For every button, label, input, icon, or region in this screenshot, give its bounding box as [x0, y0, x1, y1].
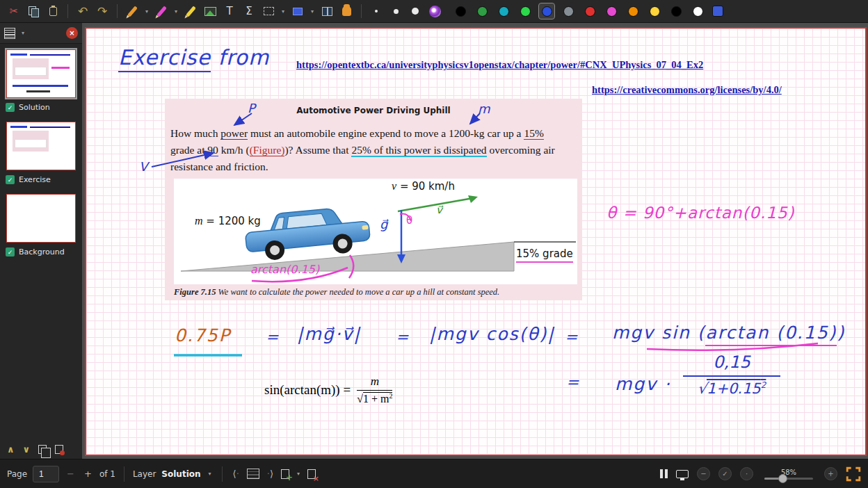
color-picker-button[interactable]	[426, 2, 443, 20]
problem-text: How much power must an automobile engine…	[170, 125, 579, 175]
checkbox-checked-icon[interactable]: ✓	[6, 175, 15, 184]
cross-icon: ×	[313, 474, 319, 483]
hand-tool-button[interactable]	[338, 2, 355, 20]
thickness-medium-button[interactable]	[387, 2, 404, 20]
pen-dropdown-chevron[interactable]: ▾	[143, 8, 150, 15]
tool-circle-3[interactable]: ·	[740, 467, 753, 480]
swatch-circle-icon	[693, 6, 703, 17]
select-dropdown-chevron[interactable]: ▾	[280, 8, 287, 15]
shape-tool-button[interactable]	[289, 2, 306, 20]
license-url-link[interactable]: https://creativecommons.org/licenses/by/…	[592, 84, 782, 96]
page-prev-button[interactable]: −	[65, 469, 77, 479]
delete-layer-button[interactable]: ×	[307, 469, 316, 479]
problem-text-part: km/h (	[218, 144, 250, 156]
pause-icon[interactable]	[660, 469, 668, 478]
problem-text-part: How much	[170, 127, 220, 139]
copy-sheets-icon	[29, 6, 38, 16]
sidebar-bottom-toolbar: ∧ ∨	[0, 439, 82, 459]
color-swatch[interactable]	[496, 3, 511, 19]
fullscreen-icon[interactable]	[846, 466, 861, 482]
page-next-button[interactable]: +	[82, 469, 94, 479]
highlighter-tool-button[interactable]	[153, 2, 170, 20]
checkbox-checked-icon[interactable]: ✓	[6, 247, 15, 257]
layer-thumbnail-background[interactable]	[6, 194, 76, 243]
presentation-display-icon[interactable]	[676, 470, 689, 478]
layer-row-background[interactable]: ✓ Background	[0, 245, 82, 261]
layer-row-solution[interactable]: ✓ Solution	[0, 101, 82, 116]
vertical-space-tool-button[interactable]	[319, 2, 335, 20]
latex-sqrt-sign: √	[357, 393, 363, 405]
color-swatch[interactable]	[625, 3, 641, 19]
prev-layer-button[interactable]: ⟨·	[231, 469, 241, 479]
zoom-slider-handle[interactable]	[778, 474, 787, 483]
velocity-arrowhead	[468, 195, 478, 203]
latex-numerator: m	[357, 375, 392, 391]
color-swatch[interactable]	[668, 3, 684, 19]
tool-circle-2[interactable]: ✓	[718, 467, 732, 480]
swatch-circle-icon	[477, 6, 488, 17]
mini-title	[10, 54, 27, 56]
math-tex-tool-button[interactable]: Σ	[241, 2, 257, 20]
theta-label: θ	[406, 214, 412, 227]
car-drawing	[243, 205, 371, 263]
copy-icon[interactable]	[25, 2, 42, 20]
color-swatch[interactable]	[604, 3, 619, 19]
move-layer-up-button[interactable]: ∧	[7, 444, 15, 455]
zoom-in-button[interactable]: +	[824, 467, 837, 480]
custom-color-swatch[interactable]	[712, 6, 723, 17]
color-swatch[interactable]	[453, 3, 468, 19]
tool-circle-1[interactable]: −	[697, 467, 710, 480]
swatch-circle-icon	[628, 6, 638, 17]
layer-select-chevron[interactable]: ▾	[207, 471, 214, 477]
image-tool-button[interactable]	[202, 2, 218, 20]
highlighter-icon	[156, 6, 167, 17]
marker-tool-button[interactable]	[182, 2, 199, 20]
cut-icon[interactable]: ✂	[6, 2, 22, 20]
source-url-link[interactable]: https://opentextbc.ca/universityphysicsv…	[296, 59, 703, 71]
color-swatch[interactable]	[561, 3, 576, 19]
highlighter-dropdown-chevron[interactable]: ▾	[172, 8, 179, 15]
problem-line-2: grade at 90 km/h ((Figure))? Assume that…	[170, 142, 579, 158]
thickness-fine-button[interactable]	[368, 2, 385, 20]
thickness-thick-button[interactable]	[407, 2, 424, 20]
layer-panel-icon[interactable]	[4, 28, 15, 39]
layer-row-exercise[interactable]: ✓ Exercise	[0, 173, 82, 188]
redo-button[interactable]: ↷	[94, 2, 111, 20]
swatch-circle-icon	[563, 6, 574, 17]
duplicate-layer-icon[interactable]	[38, 445, 47, 454]
layer-thumbnail-exercise[interactable]	[6, 122, 76, 170]
layer-stack-icon[interactable]	[247, 469, 259, 479]
swatch-circle-icon	[606, 6, 617, 17]
next-layer-button[interactable]: ·⟩	[265, 469, 275, 479]
text-tool-button[interactable]: T	[221, 2, 238, 20]
select-tool-button[interactable]	[260, 2, 277, 20]
add-layer-button[interactable]: +	[281, 469, 289, 479]
zoom-slider[interactable]	[764, 478, 813, 480]
color-swatch[interactable]	[517, 3, 533, 19]
current-layer-select[interactable]: Solution	[161, 469, 200, 479]
color-swatch[interactable]	[647, 3, 662, 19]
page-number-input[interactable]	[33, 466, 59, 482]
move-layer-down-button[interactable]: ∨	[23, 444, 31, 455]
document-page[interactable]: Exercise from https://opentextbc.ca/univ…	[85, 27, 867, 456]
pen-tool-button[interactable]	[124, 2, 140, 20]
equation-term-cos: |mgv cos(θ)|	[429, 324, 555, 344]
shape-dropdown-chevron[interactable]: ▾	[309, 8, 316, 15]
canvas-viewport[interactable]: Exercise from https://opentextbc.ca/univ…	[82, 23, 868, 459]
paste-icon[interactable]	[45, 2, 61, 20]
problem-text-part: 25% of this power is dissipated	[351, 144, 486, 157]
layer-thumbnail-solution[interactable]	[6, 49, 76, 98]
merge-layer-icon[interactable]	[55, 445, 63, 454]
checkbox-checked-icon[interactable]: ✓	[6, 103, 15, 112]
undo-button[interactable]: ↶	[74, 2, 91, 20]
close-sidebar-button[interactable]: ×	[66, 27, 78, 39]
color-swatch[interactable]	[539, 3, 554, 19]
add-layer-chevron[interactable]: ▾	[295, 471, 302, 477]
incline-diagram-svg	[174, 179, 577, 284]
caption-text: We want to calculate the power needed to…	[216, 287, 499, 297]
color-swatch[interactable]	[690, 3, 705, 19]
sidebar: ▾ × ✓ Solution ✓ Exercise	[0, 23, 82, 459]
color-swatch[interactable]	[474, 3, 490, 19]
sidebar-dropdown-chevron[interactable]: ▾	[19, 30, 26, 36]
color-swatch[interactable]	[582, 3, 597, 19]
